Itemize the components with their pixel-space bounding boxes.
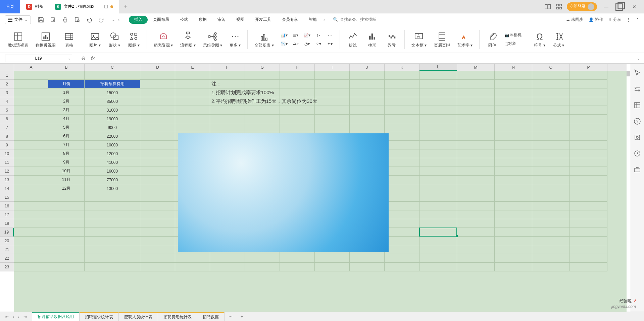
cell[interactable]: [140, 210, 175, 219]
cell[interactable]: [14, 176, 48, 184]
cell[interactable]: [385, 245, 419, 254]
sheet-nav-prev-icon[interactable]: ‹: [13, 314, 14, 319]
ribbon-icon[interactable]: 图标 ▾: [125, 28, 143, 51]
cell[interactable]: [85, 210, 140, 219]
cell[interactable]: [457, 167, 495, 176]
cell[interactable]: [385, 219, 419, 228]
cell[interactable]: 31000: [85, 106, 140, 115]
cell[interactable]: [570, 219, 607, 228]
cell[interactable]: [385, 167, 419, 176]
cell[interactable]: [280, 115, 315, 123]
search-input[interactable]: [340, 17, 390, 22]
cell[interactable]: [315, 254, 350, 263]
col-header-M[interactable]: M: [457, 64, 495, 71]
cell[interactable]: 月份: [48, 80, 85, 88]
cell[interactable]: [350, 106, 385, 115]
cell[interactable]: [14, 158, 48, 167]
camera-icon[interactable]: 📷 照相机: [504, 32, 522, 39]
cell[interactable]: [140, 88, 175, 97]
cell[interactable]: [457, 88, 495, 97]
chart-combo-icon[interactable]: 📈▾: [303, 32, 311, 39]
cell[interactable]: [532, 245, 570, 254]
cell[interactable]: 9000: [85, 123, 140, 132]
cell[interactable]: 7月: [48, 141, 85, 149]
cell[interactable]: [570, 141, 607, 149]
settings-icon[interactable]: [633, 85, 641, 93]
cell[interactable]: 6月: [48, 132, 85, 141]
cell[interactable]: [532, 97, 570, 106]
cell[interactable]: [495, 149, 532, 158]
cell[interactable]: [140, 123, 175, 132]
cell[interactable]: [532, 237, 570, 245]
cell[interactable]: [419, 106, 457, 115]
cell[interactable]: [14, 167, 48, 176]
cell[interactable]: [495, 263, 532, 271]
cell[interactable]: [140, 141, 175, 149]
cell[interactable]: [457, 80, 495, 88]
cell[interactable]: [532, 184, 570, 193]
cell[interactable]: [570, 184, 607, 193]
cell[interactable]: [350, 115, 385, 123]
cell[interactable]: [140, 228, 175, 237]
cell[interactable]: [315, 263, 350, 271]
ribbon-picture[interactable]: 图片 ▾: [86, 28, 104, 51]
cell[interactable]: [385, 97, 419, 106]
cell[interactable]: [350, 254, 385, 263]
cell[interactable]: 2.平均招聘周期操作工为15天，其余岗位为30天: [210, 97, 245, 106]
cell[interactable]: [419, 158, 457, 167]
cancel-formula-icon[interactable]: ⊖: [81, 55, 86, 61]
cell[interactable]: [457, 115, 495, 123]
ribbon-dao-resource[interactable]: 稻壳资源 ▾: [151, 28, 176, 51]
col-header-H[interactable]: H: [280, 64, 315, 71]
cell[interactable]: [570, 158, 607, 167]
cell[interactable]: 41000: [85, 158, 140, 167]
cell[interactable]: [419, 132, 457, 141]
chevron-down-icon[interactable]: ⌄: [67, 56, 71, 61]
search-box[interactable]: 🔍: [333, 17, 393, 22]
menu-tab-dev[interactable]: 开发工具: [250, 13, 277, 26]
cell[interactable]: [419, 202, 457, 210]
ribbon-headerfooter[interactable]: 页眉页脚: [431, 28, 453, 51]
cell[interactable]: [419, 176, 457, 184]
ribbon-shape[interactable]: 形状 ▾: [106, 28, 123, 51]
cell[interactable]: [210, 106, 245, 115]
cell[interactable]: 注：: [210, 80, 245, 88]
cell[interactable]: 招聘预算费用: [85, 80, 140, 88]
cell[interactable]: [532, 263, 570, 271]
cell[interactable]: [315, 71, 350, 80]
cell[interactable]: [532, 80, 570, 88]
col-header-E[interactable]: E: [175, 64, 210, 71]
cell[interactable]: [419, 184, 457, 193]
cell[interactable]: [350, 123, 385, 132]
chart-misc-icon[interactable]: ⬩▾: [326, 32, 334, 39]
menu-tab-formula[interactable]: 公式: [175, 13, 193, 26]
menu-tab-view[interactable]: 视图: [231, 13, 250, 26]
menu-tab-review[interactable]: 审阅: [212, 13, 231, 26]
sheet-tab-2[interactable]: 应聘人员统计表: [119, 312, 158, 321]
cell[interactable]: [570, 210, 607, 219]
cell[interactable]: [140, 158, 175, 167]
row-header-1[interactable]: 1: [0, 71, 14, 80]
cell[interactable]: [532, 193, 570, 202]
cell[interactable]: [280, 71, 315, 80]
cell[interactable]: [570, 254, 607, 263]
cell[interactable]: [570, 80, 607, 88]
menu-tab-layout[interactable]: 页面布局: [148, 13, 175, 26]
cell[interactable]: [48, 245, 85, 254]
cell[interactable]: [85, 237, 140, 245]
cell[interactable]: [495, 167, 532, 176]
cell[interactable]: [14, 245, 48, 254]
cell[interactable]: [495, 132, 532, 141]
cell[interactable]: [85, 71, 140, 80]
cell[interactable]: [419, 254, 457, 263]
cell[interactable]: [175, 97, 210, 106]
cell[interactable]: [570, 228, 607, 237]
cell[interactable]: [48, 263, 85, 271]
cell[interactable]: [14, 210, 48, 219]
cell[interactable]: [280, 80, 315, 88]
cell[interactable]: 12000: [85, 149, 140, 158]
cell[interactable]: [570, 202, 607, 210]
cell[interactable]: [175, 80, 210, 88]
cell[interactable]: [85, 245, 140, 254]
cell[interactable]: [532, 210, 570, 219]
